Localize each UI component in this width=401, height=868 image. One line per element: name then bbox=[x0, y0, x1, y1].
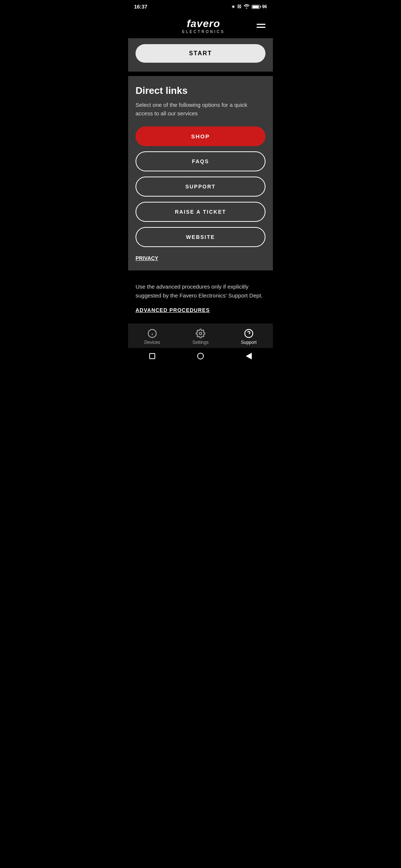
recents-button[interactable] bbox=[245, 352, 252, 360]
home-button[interactable] bbox=[197, 352, 204, 360]
bluetooth-icon: ∗ bbox=[231, 4, 235, 9]
nav-label-support: Support bbox=[241, 340, 257, 345]
battery-icon bbox=[252, 5, 260, 9]
hamburger-line-2 bbox=[257, 27, 265, 28]
back-button[interactable] bbox=[149, 352, 156, 360]
website-button[interactable]: WEBSITE bbox=[136, 227, 265, 247]
hamburger-menu-button[interactable] bbox=[257, 24, 265, 28]
direct-links-description: Select one of the following options for … bbox=[136, 101, 265, 118]
logo: favero ELECTRONICS bbox=[182, 18, 225, 34]
privacy-link[interactable]: PRIVACY bbox=[136, 255, 158, 261]
start-section: START bbox=[128, 38, 273, 72]
svg-point-3 bbox=[199, 332, 202, 335]
raise-ticket-button[interactable]: RAISE A TICKET bbox=[136, 202, 265, 222]
faqs-button[interactable]: FAQS bbox=[136, 151, 265, 171]
bottom-navigation: Devices Settings Support bbox=[128, 324, 273, 348]
advanced-description: Use the advanced procedures only if expl… bbox=[136, 282, 265, 300]
direct-links-title: Direct links bbox=[136, 85, 265, 96]
nav-item-devices[interactable]: Devices bbox=[128, 329, 176, 345]
gear-icon bbox=[196, 329, 205, 338]
direct-links-section: Direct links Select one of the following… bbox=[128, 76, 273, 270]
square-icon bbox=[149, 353, 155, 359]
shop-button[interactable]: SHOP bbox=[136, 126, 265, 146]
logo-sub: ELECTRONICS bbox=[182, 30, 225, 34]
app-header: favero ELECTRONICS bbox=[128, 13, 273, 38]
nav-label-settings: Settings bbox=[192, 340, 208, 345]
logo-text: favero bbox=[187, 18, 220, 30]
start-button[interactable]: START bbox=[136, 44, 265, 63]
circle-icon bbox=[197, 353, 204, 359]
battery-percent: 96 bbox=[262, 4, 267, 9]
signal-icon: ☒ bbox=[237, 4, 241, 9]
hamburger-line-1 bbox=[257, 24, 265, 25]
nav-label-devices: Devices bbox=[144, 340, 160, 345]
triangle-icon bbox=[246, 353, 252, 359]
question-circle-icon bbox=[244, 329, 254, 338]
advanced-procedures-link[interactable]: ADVANCED PROCEDURES bbox=[136, 307, 210, 313]
nav-item-support[interactable]: Support bbox=[225, 329, 273, 345]
status-icons: ∗ ☒ 96 bbox=[231, 4, 267, 10]
info-circle-icon bbox=[147, 329, 157, 338]
wifi-icon bbox=[244, 4, 250, 10]
system-nav-bar bbox=[128, 348, 273, 364]
nav-item-settings[interactable]: Settings bbox=[176, 329, 225, 345]
time-display: 16:37 bbox=[134, 4, 147, 10]
status-bar: 16:37 ∗ ☒ 96 bbox=[128, 0, 273, 13]
advanced-section: Use the advanced procedures only if expl… bbox=[128, 276, 273, 321]
support-button[interactable]: SUPPORT bbox=[136, 177, 265, 197]
